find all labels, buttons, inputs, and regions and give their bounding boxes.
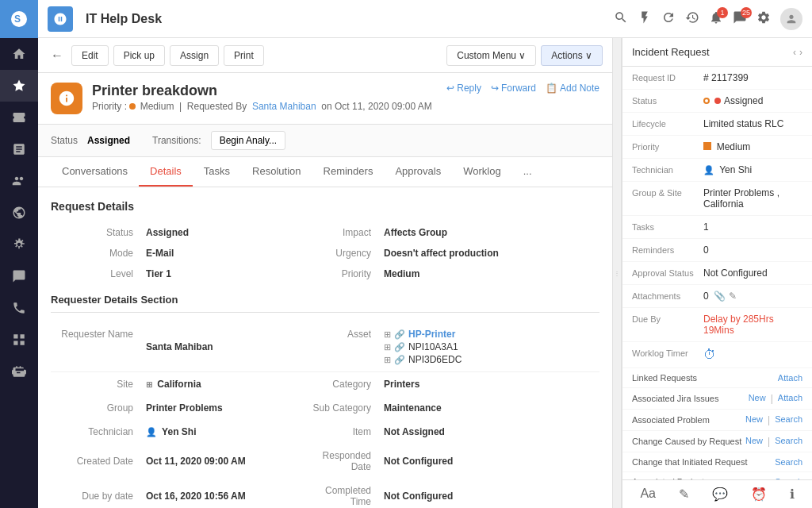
request-id-value: # 2117399 (703, 72, 802, 83)
ticket-title: Printer breakdown (92, 83, 446, 99)
completed-time-value: Not Configured (384, 479, 599, 508)
change-initiated-label: Change that Initiated Request (632, 457, 748, 467)
lightning-icon[interactable] (638, 10, 652, 27)
tab-details[interactable]: Details (139, 157, 193, 187)
messages-icon[interactable]: 25 (733, 10, 747, 27)
worklog-timer-value: ⏱ (703, 348, 802, 362)
level-field-value: Tier 1 (146, 264, 304, 284)
edit-button[interactable]: Edit (71, 45, 109, 66)
forward-button[interactable]: ↪ Forward (491, 83, 536, 94)
change-initiated-search-button[interactable]: Search (775, 457, 802, 467)
app-logo: S (0, 0, 38, 38)
sidebar-item-network[interactable] (0, 197, 38, 229)
technician-user-icon: 👤 (703, 165, 714, 175)
detail-mode-row: Mode E-Mail Urgency Doesn't affect produ… (51, 243, 599, 264)
change-caused-new-button[interactable]: New (745, 436, 763, 447)
tab-tasks[interactable]: Tasks (193, 157, 241, 187)
bottom-edit-icon[interactable]: ✎ (679, 487, 689, 502)
tab-approvals[interactable]: Approvals (384, 157, 452, 187)
group-site-row: Group & Site Printer Problems , Californ… (622, 182, 812, 216)
asset-label: Asset (304, 322, 384, 372)
site-label: Site (51, 372, 146, 396)
created-date-value: Oct 11, 2020 09:00 AM (146, 444, 304, 479)
nav-next-icon[interactable]: › (799, 47, 802, 58)
priority-label-right: Priority (632, 141, 703, 152)
notification-icon[interactable]: 1 (709, 10, 723, 27)
tab-conversations[interactable]: Conversations (51, 157, 139, 187)
reply-button[interactable]: ↩ Reply (446, 83, 481, 94)
technician-value-right: 👤 Yen Shi (703, 164, 802, 175)
sidebar-item-reports[interactable] (0, 133, 38, 165)
assign-button[interactable]: Assign (170, 45, 219, 66)
worklog-label: Worklog Timer (632, 348, 703, 358)
asset-name-3[interactable]: NPI3D6EDC (408, 354, 462, 365)
resize-handle[interactable]: ⋮ (612, 38, 622, 508)
tech-value: 👤 Yen Shi (146, 420, 304, 444)
category-value: Printers (384, 372, 599, 396)
sidebar-item-ticket[interactable] (0, 102, 38, 133)
sidebar-item-settings-nav[interactable] (0, 229, 38, 260)
tab-worklog[interactable]: Worklog (452, 157, 511, 187)
sidebar-item-star[interactable] (0, 70, 38, 102)
transitions-label: Transitions: (152, 135, 201, 146)
bottom-text-icon[interactable]: Aa (640, 487, 656, 502)
history-icon[interactable] (685, 10, 699, 27)
sidebar-item-home[interactable] (0, 38, 38, 70)
problem-search-button[interactable]: Search (775, 414, 802, 425)
tab-more[interactable]: ... (512, 157, 543, 187)
bottom-info-icon[interactable]: ℹ (790, 487, 795, 502)
jira-new-button[interactable]: New (749, 393, 766, 404)
problem-new-button[interactable]: New (745, 414, 763, 425)
worklog-timer-icon[interactable]: ⏱ (703, 348, 716, 361)
site-row: Site ⊞ California Category Printers (51, 372, 599, 396)
bottom-clock-icon[interactable]: ⏰ (751, 487, 767, 502)
request-id-label: Request ID (632, 72, 703, 83)
asset-item-1: ⊞ 🔗 HP-Printer (384, 329, 599, 340)
add-note-button[interactable]: 📋 Add Note (546, 83, 599, 94)
sidebar-item-chat[interactable] (0, 260, 38, 292)
group-row: Group Printer Problems Sub Category Main… (51, 396, 599, 420)
sidebar-item-phone[interactable] (0, 292, 38, 324)
jira-label: Associated Jira Issues (632, 394, 718, 403)
mode-field-value: E-Mail (146, 243, 304, 264)
impact-field-value: Affects Group (384, 222, 599, 243)
priority-field-value: Medium (384, 264, 599, 284)
attachments-row: Attachments 0 📎 ✎ (622, 285, 812, 308)
change-caused-separator: | (768, 436, 770, 447)
asset-name-2[interactable]: NPI10A3A1 (408, 341, 458, 352)
change-caused-search-button[interactable]: Search (775, 436, 802, 447)
refresh-icon[interactable] (661, 10, 676, 27)
begin-analysis-button[interactable]: Begin Analy... (211, 131, 286, 150)
tab-resolution[interactable]: Resolution (241, 157, 312, 187)
ticket-actions: ↩ Reply ↪ Forward 📋 Add Note (446, 83, 599, 94)
linked-requests-attach[interactable]: Attach (778, 373, 802, 383)
tab-reminders[interactable]: Reminders (312, 157, 385, 187)
sidebar-item-bot[interactable] (0, 356, 38, 387)
responded-date-label: Responded Date (304, 444, 384, 479)
status-badge: Assigned (703, 95, 802, 106)
profile-avatar[interactable] (780, 8, 802, 30)
asset-icon-2: ⊞ (384, 342, 391, 352)
asset-name-1[interactable]: HP-Printer (408, 329, 455, 340)
due-by-value: Delay by 285Hrs 19Mins (703, 314, 802, 336)
jira-attach-button[interactable]: Attach (778, 393, 802, 404)
nav-prev-icon[interactable]: ‹ (793, 47, 796, 58)
change-initiated-row: Change that Initiated Request Search (622, 452, 812, 472)
linked-requests-actions: Attach (778, 373, 802, 383)
print-button[interactable]: Print (224, 45, 264, 66)
attachments-label: Attachments (632, 291, 703, 301)
requester-link[interactable]: Santa Mahiban (252, 101, 316, 112)
search-icon[interactable] (614, 10, 628, 27)
bottom-chat-icon[interactable]: 💬 (712, 487, 728, 502)
group-value: Printer Problems (146, 396, 304, 420)
custom-menu-button[interactable]: Custom Menu ∨ (446, 45, 536, 66)
back-button[interactable]: ← (48, 45, 67, 66)
status-ring-icon (703, 98, 710, 104)
sidebar-item-users[interactable] (0, 165, 38, 197)
pickup-button[interactable]: Pick up (113, 45, 165, 66)
sidebar: S (0, 0, 38, 508)
sidebar-item-grid[interactable] (0, 324, 38, 356)
actions-button[interactable]: Actions ∨ (541, 45, 603, 66)
settings-icon[interactable] (756, 10, 771, 27)
jira-actions: New | Attach (749, 393, 802, 404)
